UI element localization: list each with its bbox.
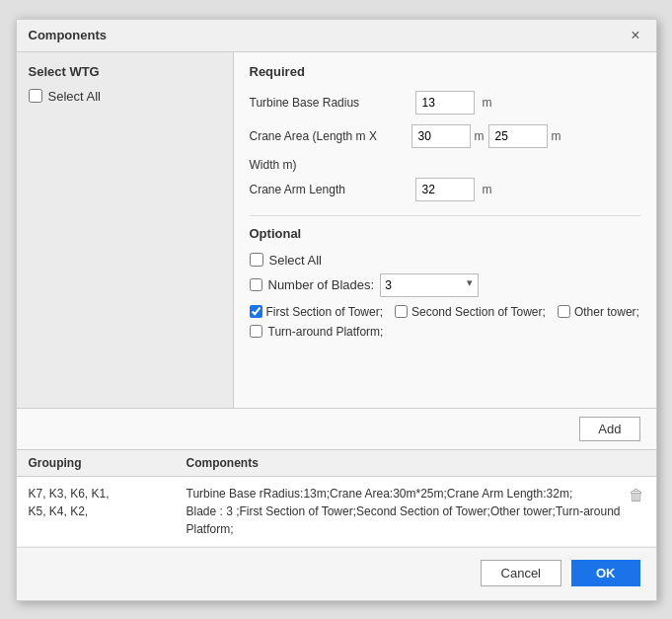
table-header: Grouping Components xyxy=(17,450,656,477)
top-section: Select WTG Select All Required Turbine B… xyxy=(17,52,656,409)
turnaround-label: Turn-around Platform; xyxy=(268,325,384,339)
second-section-label: Second Section of Tower; xyxy=(411,305,546,319)
number-of-blades-select-wrapper: 3 2 4 xyxy=(380,273,479,297)
optional-section: Optional Select All Number of Blades: 3 … xyxy=(250,215,640,339)
titlebar: Components × xyxy=(17,20,656,52)
delete-icon[interactable]: 🗑 xyxy=(629,485,644,504)
number-of-blades-select[interactable]: 3 2 4 xyxy=(380,273,479,297)
crane-arm-length-label: Crane Arm Length xyxy=(250,183,408,196)
right-panel: Required Turbine Base Radius m Crane Are… xyxy=(234,52,656,408)
turnaround-checkbox[interactable] xyxy=(250,325,262,338)
crane-arm-length-unit: m xyxy=(483,183,492,196)
select-all-row: Select All xyxy=(29,89,221,104)
crane-area-inputs: m m xyxy=(411,124,561,148)
crane-area-length-unit: m xyxy=(475,129,485,143)
turbine-base-radius-row: Turbine Base Radius m xyxy=(250,91,640,115)
components-cell: Turbine Base rRadius:13m;Crane Area:30m*… xyxy=(187,485,621,538)
turbine-base-radius-unit: m xyxy=(483,96,492,110)
add-button[interactable]: Add xyxy=(579,417,639,441)
turbine-base-radius-input[interactable] xyxy=(415,91,475,115)
required-title: Required xyxy=(250,64,640,79)
crane-area-width-unit: m xyxy=(552,129,561,143)
second-section-item: Second Section of Tower; xyxy=(395,305,546,319)
grouping-header: Grouping xyxy=(29,456,187,470)
dialog-body: Select WTG Select All Required Turbine B… xyxy=(17,52,656,598)
number-of-blades-row: Number of Blades: 3 2 4 xyxy=(250,273,640,297)
close-button[interactable]: × xyxy=(627,28,643,43)
crane-arm-length-input[interactable] xyxy=(415,178,475,201)
crane-area-row: Crane Area (Length m X m m xyxy=(250,124,640,148)
select-all-checkbox[interactable] xyxy=(29,89,42,103)
add-button-row: Add xyxy=(17,409,656,450)
turbine-base-radius-label: Turbine Base Radius xyxy=(250,96,408,110)
optional-select-all-checkbox[interactable] xyxy=(250,253,263,267)
second-section-checkbox[interactable] xyxy=(395,305,408,318)
number-of-blades-checkbox[interactable] xyxy=(250,278,262,291)
tower-row: First Section of Tower; Second Section o… xyxy=(250,305,640,319)
crane-area-width-label: Width m) xyxy=(250,158,297,172)
crane-area-label: Crane Area (Length m X xyxy=(250,129,408,143)
other-tower-label: Other tower; xyxy=(574,305,639,319)
components-header: Components xyxy=(187,456,259,470)
ok-button[interactable]: OK xyxy=(571,560,640,586)
grouping-cell: K7, K3, K6, K1, K5, K4, K2, xyxy=(29,485,187,520)
dialog-title: Components xyxy=(29,28,107,42)
cancel-button[interactable]: Cancel xyxy=(481,560,561,586)
number-of-blades-label: Number of Blades: xyxy=(268,277,375,292)
select-all-label: Select All xyxy=(48,89,101,104)
optional-select-all-label: Select All xyxy=(269,253,322,268)
crane-area-width-input[interactable] xyxy=(488,124,548,148)
optional-select-all-row: Select All xyxy=(250,253,640,268)
select-wtg-title: Select WTG xyxy=(29,64,221,79)
crane-area-length-input[interactable] xyxy=(411,124,471,148)
table-row: K7, K3, K6, K1, K5, K4, K2, Turbine Base… xyxy=(17,477,656,547)
dialog-footer: Cancel OK xyxy=(17,547,656,598)
other-tower-checkbox[interactable] xyxy=(558,305,570,318)
crane-arm-length-row: Crane Arm Length m xyxy=(250,178,640,201)
first-section-item: First Section of Tower; xyxy=(250,305,384,319)
turnaround-row: Turn-around Platform; xyxy=(250,325,640,339)
first-section-label: First Section of Tower; xyxy=(266,305,384,319)
optional-title: Optional xyxy=(250,226,640,241)
dialog: Components × Select WTG Select All Requi… xyxy=(16,19,657,601)
other-tower-item: Other tower; xyxy=(558,305,639,319)
first-section-checkbox[interactable] xyxy=(250,305,262,318)
table-section: Grouping Components K7, K3, K6, K1, K5, … xyxy=(17,450,656,547)
left-panel: Select WTG Select All xyxy=(17,52,234,408)
